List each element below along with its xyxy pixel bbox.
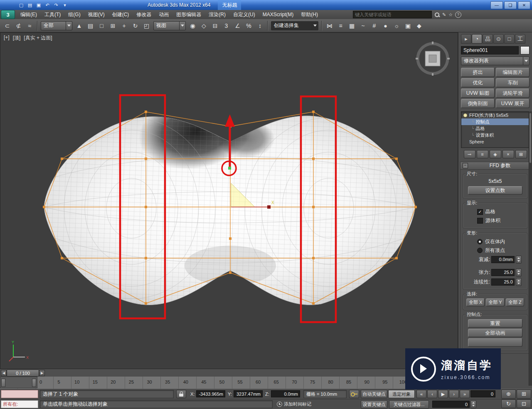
window-crossing-icon[interactable]: ⊞ bbox=[108, 20, 118, 31]
collapse-icon[interactable]: − bbox=[463, 163, 468, 168]
menu-item[interactable]: 工具(T) bbox=[41, 10, 64, 19]
animate-all-button[interactable]: 全部动画 bbox=[468, 329, 522, 337]
tension-field[interactable]: 25.0 bbox=[491, 269, 515, 276]
viewport[interactable]: [+] [顶] [真实 + 边面] bbox=[0, 32, 458, 369]
mirror-icon[interactable]: ⋈ bbox=[324, 20, 335, 31]
stack-row-set-volume[interactable]: └ 设置体积 bbox=[461, 132, 529, 138]
stack-row-control-points[interactable]: └ 控制点 bbox=[461, 118, 529, 125]
modifier-set-button[interactable]: 车削 bbox=[496, 78, 530, 87]
modifier-set-button[interactable]: 挤出 bbox=[461, 68, 495, 77]
minimize-button[interactable]: — bbox=[490, 1, 503, 9]
rectangular-selection-region-icon[interactable]: □ bbox=[96, 20, 107, 31]
show-end-result-icon[interactable]: ≡ bbox=[477, 150, 488, 158]
track-bar[interactable]: 0510152025303540455055606570758085909510… bbox=[0, 377, 458, 389]
layer-manager-icon[interactable]: ▦ bbox=[347, 20, 357, 31]
bind-to-space-warp-icon[interactable]: ≈ bbox=[25, 20, 35, 31]
object-color-swatch[interactable] bbox=[520, 46, 530, 54]
menu-item[interactable]: 视图(V) bbox=[84, 10, 108, 19]
select-and-scale-icon[interactable]: ◰ bbox=[141, 20, 152, 31]
menu-item[interactable]: 组(G) bbox=[64, 10, 84, 19]
close-button[interactable]: ✕ bbox=[518, 1, 530, 9]
all-y-button[interactable]: 全部 Y bbox=[486, 298, 504, 306]
maximize-button[interactable]: ❑ bbox=[504, 1, 517, 9]
modifier-set-button[interactable]: 编辑面片 bbox=[496, 68, 530, 77]
zoom-icon[interactable]: ⊕ bbox=[501, 389, 516, 399]
menu-item[interactable]: 修改器 bbox=[133, 10, 155, 19]
angle-snap-icon[interactable]: ∠ bbox=[232, 20, 243, 31]
current-frame-field[interactable]: 0 bbox=[470, 390, 495, 397]
panel-scrollbar[interactable] bbox=[529, 111, 532, 386]
modifier-set-button[interactable]: 涡轮平滑 bbox=[496, 89, 530, 98]
viewport-canvas[interactable]: X bbox=[0, 33, 458, 370]
search-icon[interactable] bbox=[434, 12, 440, 17]
menu-item[interactable]: 自定义(U) bbox=[229, 10, 259, 19]
named-selection-set-combo[interactable]: 创建选择集 bbox=[271, 21, 318, 30]
select-object-icon[interactable]: ▲ bbox=[74, 20, 84, 31]
modify-tab[interactable]: ◔ bbox=[472, 34, 482, 44]
control-points-extra-button[interactable] bbox=[468, 338, 522, 347]
next-frame-arrow[interactable]: ▶ bbox=[39, 370, 45, 376]
modifier-list-dropdown[interactable]: 修改器列表 bbox=[461, 57, 530, 65]
modifier-set-button[interactable]: UVW 贴图 bbox=[461, 89, 495, 98]
menu-item[interactable]: 编辑(E) bbox=[17, 10, 41, 19]
go-to-start-icon[interactable]: « bbox=[416, 390, 426, 398]
modifier-stack[interactable]: FFD(长方体) 5x5x5 └ 控制点 └ 晶格 └ 设置体积 Sphere bbox=[461, 111, 530, 148]
align-icon[interactable]: ≡ bbox=[335, 20, 346, 31]
rollout-header[interactable]: − FFD 参数 bbox=[461, 162, 530, 170]
star-icon[interactable]: ☆ bbox=[448, 12, 453, 17]
percent-snap-icon[interactable]: % bbox=[244, 20, 254, 31]
go-to-end-icon[interactable]: » bbox=[460, 390, 470, 398]
select-and-rotate-icon[interactable]: ↻ bbox=[130, 20, 140, 31]
select-and-manipulate-icon[interactable]: ◇ bbox=[199, 20, 209, 31]
set-number-of-points-button[interactable]: 设置点数 bbox=[468, 186, 522, 195]
orbit-icon[interactable]: ↻ bbox=[501, 399, 516, 409]
stack-row-ffd[interactable]: FFD(长方体) 5x5x5 bbox=[461, 112, 529, 118]
zoom-all-icon[interactable]: ⊞ bbox=[517, 389, 531, 399]
schematic-view-icon[interactable]: # bbox=[369, 20, 379, 31]
modifier-set-button[interactable]: UVW 展开 bbox=[496, 99, 530, 108]
tension-spinner[interactable] bbox=[516, 269, 522, 276]
pin-stack-icon[interactable]: ⊸ bbox=[464, 150, 475, 158]
undo-icon[interactable]: ↶ bbox=[44, 2, 51, 8]
use-pivot-center-icon[interactable]: ◉ bbox=[187, 20, 198, 31]
source-volume-checkbox[interactable] bbox=[477, 218, 483, 224]
render-production-icon[interactable]: ◆ bbox=[414, 20, 424, 31]
motion-tab[interactable]: ⊙ bbox=[493, 34, 504, 44]
object-name-field[interactable]: Sphere001 bbox=[461, 46, 519, 54]
remove-modifier-icon[interactable]: × bbox=[502, 150, 514, 158]
all-vertices-radio[interactable] bbox=[477, 248, 483, 253]
select-by-name-icon[interactable]: ▤ bbox=[85, 20, 96, 31]
menu-item[interactable]: 创建(C) bbox=[108, 10, 133, 19]
all-x-button[interactable]: 全部 X bbox=[466, 298, 485, 306]
stack-row-lattice[interactable]: └ 晶格 bbox=[461, 125, 529, 132]
hierarchy-tab[interactable]: 品 bbox=[483, 34, 493, 44]
modifier-set-button[interactable]: 倒角剖面 bbox=[461, 99, 495, 108]
view-cube[interactable] bbox=[416, 42, 450, 76]
falloff-spinner[interactable] bbox=[516, 256, 522, 264]
create-tab[interactable]: ▸ bbox=[461, 34, 471, 44]
menu-item[interactable]: 渲染(R) bbox=[205, 10, 229, 19]
viewport-menu-shading[interactable]: [真实 + 边面] bbox=[24, 34, 52, 42]
selection-filter-dropdown[interactable]: 全部 bbox=[41, 21, 72, 30]
modifier-bulb-icon[interactable] bbox=[463, 113, 468, 118]
curve-editor-icon[interactable]: ~ bbox=[358, 20, 368, 31]
modifier-set-button[interactable]: 优化 bbox=[461, 78, 495, 87]
add-time-tag[interactable]: 添加时间标记 bbox=[277, 401, 311, 407]
utilities-tab[interactable]: 工 bbox=[515, 34, 525, 44]
reference-coordinate-dropdown[interactable]: 视图 bbox=[153, 21, 186, 30]
pen-icon[interactable]: ✎ bbox=[442, 12, 446, 17]
menu-item[interactable]: 帮助(H) bbox=[297, 10, 322, 19]
selection-lock-toggle[interactable] bbox=[176, 390, 186, 398]
reset-button[interactable]: 重置 bbox=[468, 319, 522, 328]
key-mode-toggle[interactable] bbox=[349, 390, 359, 398]
make-unique-icon[interactable]: ◈ bbox=[490, 150, 501, 158]
time-slider-track[interactable]: ◀ 0 / 100 ▶ bbox=[0, 369, 458, 377]
maximize-viewport-icon[interactable]: ⊡ bbox=[517, 399, 531, 409]
key-filters-button[interactable]: 关键点过滤器... bbox=[389, 400, 429, 409]
stack-row-sphere[interactable]: Sphere bbox=[461, 138, 529, 145]
auto-key-button[interactable]: 自动关键点 bbox=[361, 390, 387, 398]
time-slider-handle[interactable]: 0 / 100 bbox=[7, 370, 39, 377]
x-coordinate-field[interactable]: -3433.965m bbox=[196, 390, 225, 397]
selected-filter-button[interactable]: 选定对象 bbox=[388, 390, 415, 398]
select-and-link-icon[interactable]: ⊂ bbox=[2, 20, 12, 31]
